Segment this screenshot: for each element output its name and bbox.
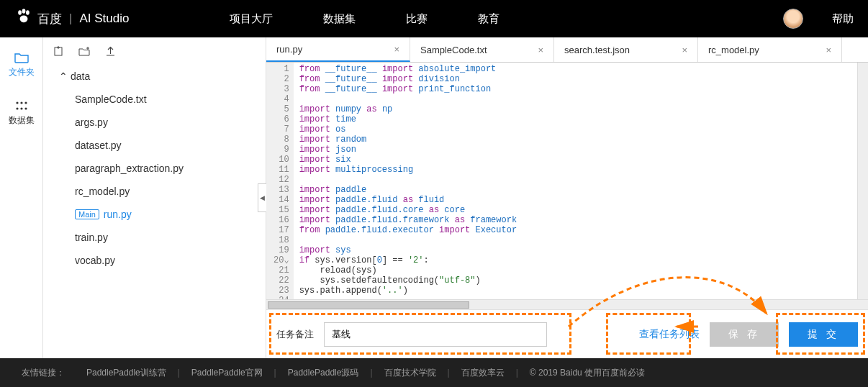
brand-logo[interactable]: 百度 | AI Studio bbox=[14, 7, 129, 30]
tree-item[interactable]: rc_model.py bbox=[59, 180, 266, 203]
task-note-label: 任务备注 bbox=[276, 328, 314, 341]
chevron-down-icon: ⌃ bbox=[59, 70, 66, 82]
brand-sub: AI Studio bbox=[79, 12, 129, 26]
tree-item-label: SampleCode.txt bbox=[75, 94, 147, 105]
folder-icon bbox=[14, 52, 29, 63]
tree-item-label: vocab.py bbox=[75, 255, 115, 266]
footer-link[interactable]: 百度技术学院 bbox=[384, 367, 436, 379]
tree-item[interactable]: train.py bbox=[59, 226, 266, 249]
main-badge: Main bbox=[75, 209, 99, 219]
view-task-list-link[interactable]: 查看任务列表 bbox=[639, 328, 700, 341]
vertical-scrollbar[interactable] bbox=[857, 63, 868, 299]
svg-point-8 bbox=[20, 107, 22, 109]
close-icon[interactable]: × bbox=[682, 45, 687, 55]
upload-icon[interactable] bbox=[105, 46, 116, 59]
tree-item-label: rc_model.py bbox=[75, 186, 130, 197]
close-icon[interactable]: × bbox=[394, 44, 399, 55]
tree-item-runpy[interactable]: Main run.py bbox=[59, 203, 266, 226]
tree-item[interactable]: paragraph_extraction.py bbox=[59, 157, 266, 180]
tree-list: ⌃ data SampleCode.txt args.py dataset.py… bbox=[43, 65, 266, 272]
line-gutter: 1234567891011121314151617181920⌄21222324 bbox=[266, 63, 294, 299]
task-note-input[interactable] bbox=[324, 322, 547, 347]
main-area: 文件夹 数据集 ⌃ data Sa bbox=[0, 37, 868, 358]
tree-item-label: dataset.py bbox=[75, 140, 122, 151]
code-content[interactable]: from __future__ import absolute_importfr… bbox=[294, 63, 857, 299]
save-button[interactable]: 保 存 bbox=[710, 322, 779, 347]
new-folder-icon[interactable] bbox=[78, 46, 91, 59]
tree-item[interactable]: dataset.py bbox=[59, 134, 266, 157]
svg-point-6 bbox=[24, 101, 27, 104]
tree-item[interactable]: vocab.py bbox=[59, 249, 266, 272]
tree-item-label: run.py bbox=[104, 209, 132, 220]
svg-point-1 bbox=[22, 9, 26, 14]
tab-label: SampleCode.txt bbox=[420, 45, 487, 55]
svg-point-7 bbox=[16, 107, 18, 109]
svg-point-0 bbox=[18, 10, 22, 14]
footer-link[interactable]: 百度效率云 bbox=[461, 367, 505, 379]
close-icon[interactable]: × bbox=[826, 45, 831, 55]
editor-panel: run.py × SampleCode.txt × search.test.js… bbox=[266, 37, 868, 358]
nav-education[interactable]: 教育 bbox=[478, 12, 499, 26]
panel-collapse-handle[interactable]: ◀ bbox=[258, 183, 266, 212]
tab-label: search.test.json bbox=[564, 45, 630, 55]
svg-point-3 bbox=[20, 15, 28, 22]
tree-item[interactable]: SampleCode.txt bbox=[59, 88, 266, 111]
footer-link[interactable]: PaddlePaddle训练营 bbox=[86, 367, 166, 379]
paw-icon bbox=[14, 7, 33, 30]
submit-button[interactable]: 提 交 bbox=[789, 322, 858, 347]
nav-datasets[interactable]: 数据集 bbox=[323, 12, 356, 26]
tab-searchtest[interactable]: search.test.json × bbox=[554, 37, 698, 62]
rail-datasets-label: 数据集 bbox=[9, 114, 35, 127]
file-tree-panel: ⌃ data SampleCode.txt args.py dataset.py… bbox=[43, 37, 266, 358]
footer-link[interactable]: PaddlePaddle官网 bbox=[191, 367, 263, 379]
tree-folder-data[interactable]: ⌃ data bbox=[43, 65, 266, 88]
svg-point-4 bbox=[16, 101, 18, 104]
nav-items: 项目大厅 数据集 比赛 教育 bbox=[230, 12, 499, 26]
code-area[interactable]: 1234567891011121314151617181920⌄21222324… bbox=[266, 63, 868, 299]
nav-projects[interactable]: 项目大厅 bbox=[230, 12, 273, 26]
scrollbar-thumb[interactable] bbox=[268, 301, 469, 309]
help-link[interactable]: 帮助 bbox=[832, 12, 854, 26]
tab-label: run.py bbox=[276, 44, 302, 55]
footer-link[interactable]: PaddlePaddle源码 bbox=[288, 367, 359, 379]
brand-cn: 百度 bbox=[37, 11, 62, 27]
svg-point-2 bbox=[26, 10, 30, 14]
rail-datasets[interactable]: 数据集 bbox=[9, 100, 35, 127]
horizontal-scrollbar[interactable] bbox=[266, 299, 868, 309]
tree-item-label: args.py bbox=[75, 117, 108, 128]
tree-item-label: paragraph_extraction.py bbox=[75, 163, 184, 174]
grid-icon bbox=[14, 100, 29, 111]
tab-runpy[interactable]: run.py × bbox=[266, 37, 410, 62]
tree-item-label: train.py bbox=[75, 232, 108, 243]
footer-label: 友情链接： bbox=[22, 367, 65, 379]
action-bar: 任务备注 查看任务列表 保 存 提 交 bbox=[266, 309, 868, 358]
tab-label: rc_model.py bbox=[708, 45, 759, 55]
footer-copyright: © 2019 Baidu 使用百度前必读 bbox=[530, 367, 645, 379]
svg-point-5 bbox=[20, 101, 22, 104]
footer: 友情链接： PaddlePaddle训练营| PaddlePaddle官网| P… bbox=[0, 358, 868, 387]
editor-tabs: run.py × SampleCode.txt × search.test.js… bbox=[266, 37, 868, 63]
tab-samplecode[interactable]: SampleCode.txt × bbox=[410, 37, 554, 62]
avatar[interactable] bbox=[783, 9, 803, 29]
tree-toolbar bbox=[43, 43, 266, 65]
rail-files[interactable]: 文件夹 bbox=[9, 52, 35, 78]
nav-competitions[interactable]: 比赛 bbox=[406, 12, 428, 26]
tab-rcmodel[interactable]: rc_model.py × bbox=[698, 37, 842, 62]
top-nav: 百度 | AI Studio 项目大厅 数据集 比赛 教育 帮助 bbox=[0, 0, 868, 37]
tree-item[interactable]: args.py bbox=[59, 111, 266, 134]
close-icon[interactable]: × bbox=[538, 45, 543, 55]
brand-separator: | bbox=[69, 12, 72, 26]
svg-point-9 bbox=[24, 107, 27, 109]
new-file-icon[interactable] bbox=[53, 46, 64, 59]
tree-folder-label: data bbox=[71, 70, 90, 82]
rail-files-label: 文件夹 bbox=[9, 66, 35, 78]
left-rail: 文件夹 数据集 bbox=[0, 37, 43, 358]
